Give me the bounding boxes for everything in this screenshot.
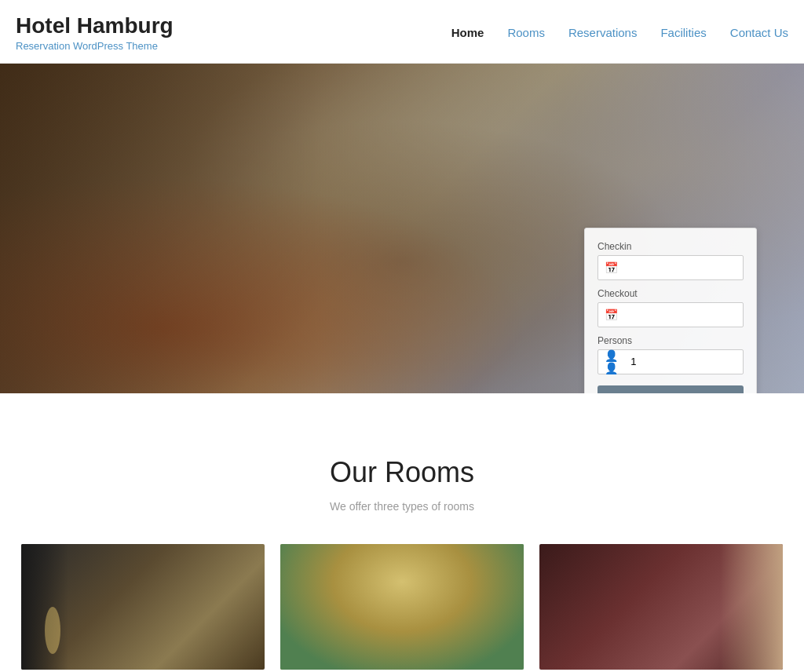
nav-contact[interactable]: Contact Us	[730, 26, 788, 39]
checkin-label: Checkin	[598, 241, 744, 252]
rooms-title: Our Rooms	[16, 456, 788, 489]
site-subtitle: Reservation WordPress Theme	[16, 40, 174, 52]
main-nav: Home Rooms Reservations Facilities Conta…	[451, 26, 788, 39]
nav-home[interactable]: Home	[451, 26, 484, 39]
room-card-1[interactable]	[21, 544, 265, 670]
persons-input-wrapper[interactable]: 👤👤	[598, 349, 744, 374]
calendar-icon: 📅	[605, 261, 618, 274]
persons-input[interactable]	[630, 356, 736, 367]
checkin-input-wrapper[interactable]: 📅	[598, 255, 744, 280]
checkout-input-wrapper[interactable]: 📅	[598, 302, 744, 327]
nav-reservations[interactable]: Reservations	[568, 26, 638, 39]
room-cards-container	[16, 536, 788, 672]
check-availabilities-button[interactable]: Check availabilities	[598, 385, 744, 393]
rooms-section: Our Rooms We offer three types of rooms	[0, 393, 804, 672]
room-card-2[interactable]	[280, 544, 524, 670]
room-card-3[interactable]	[539, 544, 783, 670]
site-title: Hotel Hamburg	[16, 14, 174, 38]
booking-widget: Checkin 📅 Checkout 📅 Persons 👤👤 Check av…	[584, 228, 757, 393]
nav-rooms[interactable]: Rooms	[507, 26, 545, 39]
persons-icon: 👤👤	[605, 349, 626, 374]
persons-label: Persons	[598, 335, 744, 346]
nav-facilities[interactable]: Facilities	[660, 26, 706, 39]
logo: Hotel Hamburg Reservation WordPress Them…	[16, 14, 174, 52]
checkout-input[interactable]	[623, 309, 736, 320]
checkin-input[interactable]	[623, 261, 736, 273]
checkout-label: Checkout	[598, 288, 744, 299]
site-header: Hotel Hamburg Reservation WordPress Them…	[0, 0, 804, 64]
calendar-icon-2: 📅	[605, 309, 618, 321]
rooms-subtitle: We offer three types of rooms	[16, 500, 788, 513]
hero-section: Checkin 📅 Checkout 📅 Persons 👤👤 Check av…	[0, 64, 804, 393]
